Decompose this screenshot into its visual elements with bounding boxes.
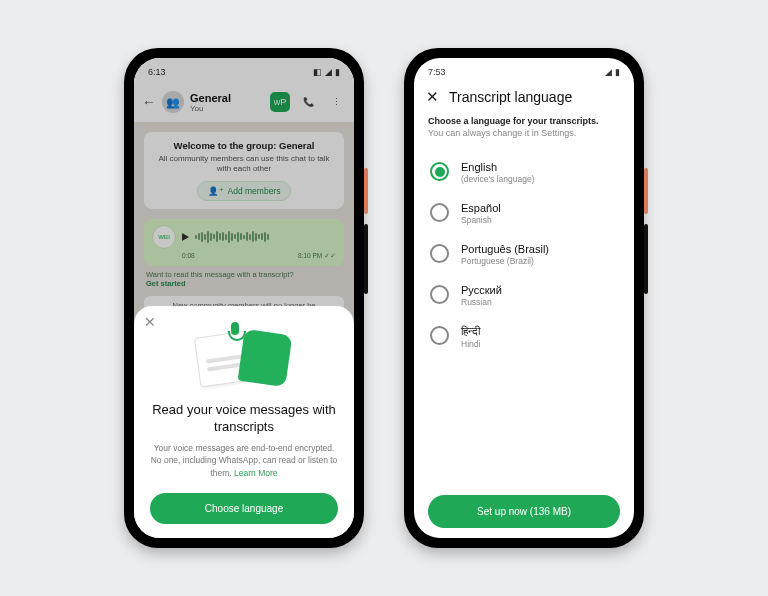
language-subtext: Portuguese (Brazil) [461,256,549,266]
language-name: Español [461,202,501,214]
radio-icon[interactable] [430,203,449,222]
status-time: 7:53 [428,67,446,77]
radio-icon[interactable] [430,326,449,345]
language-name: हिन्दी [461,325,480,338]
language-subtext: Russian [461,297,502,307]
language-list: English(device's language)EspañolSpanish… [414,152,634,358]
phone-power-button [364,168,368,214]
page-title: Transcript language [449,89,572,105]
subtitle-line-2: You can always change it in Settings. [428,128,620,138]
learn-more-link[interactable]: Learn More [234,468,277,478]
close-icon[interactable]: ✕ [144,314,156,330]
transcript-illustration [189,322,299,394]
phone-power-button [644,168,648,214]
battery-icon: ▮ [615,67,620,77]
language-subtext: Hindi [461,339,480,349]
phone-left: 6:13 ◧ ◢ ▮ ← 👥 General You wP 📞 ⋮ [124,48,364,548]
language-subtext: Spanish [461,215,501,225]
transcript-bottom-sheet: ✕ Read your voice messages with transcri… [134,306,354,538]
language-option[interactable]: РусскийRussian [414,275,634,316]
phone-right: 7:53 ◢ ▮ ✕ Transcript language Choose a … [404,48,644,548]
language-option[interactable]: Português (Brasil)Portuguese (Brazil) [414,234,634,275]
language-name: Русский [461,284,502,296]
transcript-language-header: ✕ Transcript language [414,82,634,114]
close-icon[interactable]: ✕ [426,88,439,106]
language-option[interactable]: English(device's language) [414,152,634,193]
status-bar: 7:53 ◢ ▮ [414,58,634,82]
setup-now-button[interactable]: Set up now (136 MB) [428,495,620,528]
radio-icon[interactable] [430,244,449,263]
language-subtext: (device's language) [461,174,534,184]
signal-icon: ◢ [605,67,612,77]
language-name: Português (Brasil) [461,243,549,255]
choose-language-button[interactable]: Choose language [150,493,338,524]
header-subtitle: Choose a language for your transcripts. … [414,114,634,138]
status-icons: ◢ ▮ [605,67,620,77]
phone-volume-button [364,224,368,294]
sheet-description: Your voice messages are end-to-end encry… [150,442,338,479]
language-name: English [461,161,534,173]
subtitle-line-1: Choose a language for your transcripts. [428,116,620,126]
radio-icon[interactable] [430,285,449,304]
chat-background: 6:13 ◧ ◢ ▮ ← 👥 General You wP 📞 ⋮ [134,58,354,538]
language-option[interactable]: EspañolSpanish [414,193,634,234]
phone-volume-button [644,224,648,294]
radio-icon[interactable] [430,162,449,181]
language-option[interactable]: हिन्दीHindi [414,316,634,358]
sheet-title: Read your voice messages with transcript… [150,402,338,436]
